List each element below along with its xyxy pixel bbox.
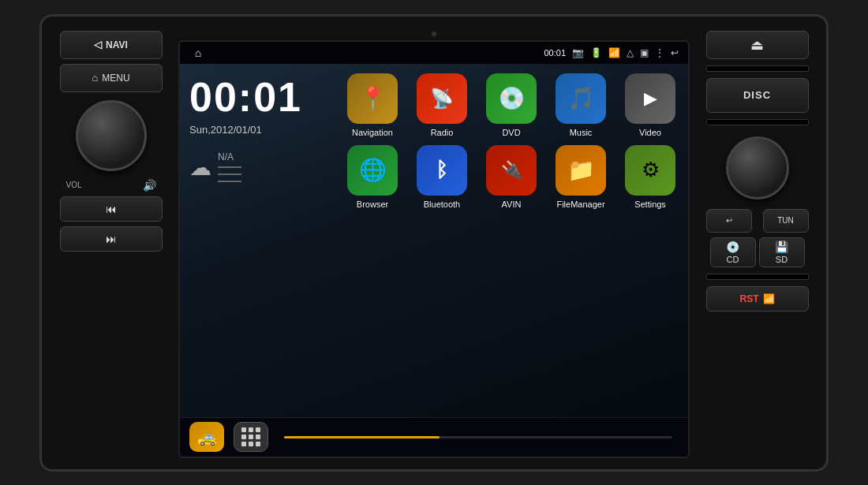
sd-slot (706, 274, 809, 280)
cd-label: CD (727, 255, 739, 264)
clock-weather-panel: 00:01 Sun,2012/01/01 ☁ N/A (180, 64, 335, 417)
camera-icon: 📷 (572, 47, 584, 58)
triangle-icon: △ (627, 47, 634, 58)
speaker-icon: 🔊 (143, 179, 156, 192)
radio-label: Radio (431, 128, 454, 137)
app-music[interactable]: 🎵 Music (549, 73, 612, 137)
back-button[interactable]: ↩ (706, 209, 752, 233)
settings-label: Settings (634, 200, 666, 209)
status-center: 00:01 📷 🔋 📶 △ ▣ ⋮ ↩ (544, 47, 679, 58)
cd-slot-button[interactable]: 💿 CD (710, 237, 756, 267)
navi-label: NAVI (106, 39, 128, 50)
navigation-icon: 📍 (347, 73, 398, 124)
app-bluetooth[interactable]: ᛒ Bluetooth (410, 145, 473, 209)
video-icon: ▶ (625, 73, 675, 124)
car-head-unit: ◁ NAVI ⌂ MENU VOL 🔊 ⏮ ⏭ ⌂ (39, 14, 829, 472)
weather-temp: N/A (218, 151, 241, 162)
filemanager-icon: 📁 (556, 145, 606, 196)
dock-progress-fill (284, 436, 440, 438)
screen-dock: 🚕 (180, 417, 688, 457)
sd-label: SD (776, 255, 788, 264)
camera-dot (432, 32, 436, 36)
left-panel: ◁ NAVI ⌂ MENU VOL 🔊 ⏮ ⏭ (50, 24, 172, 461)
app-video[interactable]: ▶ Video (619, 73, 682, 137)
weather-line1 (218, 166, 241, 168)
bluetooth-icon: ᛒ (417, 145, 467, 196)
app-avin[interactable]: 🔌 AVIN (480, 145, 543, 209)
settings-icon: ⚙ (625, 145, 675, 196)
tuning-knob[interactable] (726, 136, 789, 200)
home-button[interactable]: ⌂ (189, 44, 207, 62)
app-settings[interactable]: ⚙ Settings (619, 145, 682, 209)
home-icon: ⌂ (195, 47, 201, 59)
video-label: Video (639, 128, 661, 137)
weather-info: N/A (218, 151, 241, 184)
right-panel: ⏏ DISC ↩ TUN 💿 CD 💾 SD (696, 24, 818, 461)
android-status-bar: ⌂ 00:01 📷 🔋 📶 △ ▣ ⋮ ↩ (180, 42, 688, 64)
sd-icon: 💾 (775, 241, 788, 253)
vol-label-row: VOL 🔊 (60, 179, 163, 192)
back-tun-row: ↩ TUN (706, 209, 809, 233)
menu-icon: ⌂ (92, 72, 98, 84)
dvd-label: DVD (502, 128, 520, 137)
weather-widget: ☁ N/A (189, 151, 325, 184)
navi-icon: ◁ (94, 39, 102, 50)
disc-slot-2 (706, 119, 809, 125)
disc-slot (706, 65, 809, 72)
disc-label: DISC (743, 89, 771, 101)
apps-row-1: 📍 Navigation 📡 Radio 💿 DVD 🎵 (341, 73, 682, 137)
sd-slot-button[interactable]: 💾 SD (759, 237, 805, 267)
status-time: 00:01 (544, 48, 566, 58)
clock-display: 00:01 (189, 76, 325, 118)
disc-button[interactable]: DISC (706, 78, 809, 113)
rst-button[interactable]: RST 📶 (706, 286, 809, 312)
music-icon: 🎵 (556, 73, 606, 124)
prev-button[interactable]: ⏮ (60, 196, 163, 222)
navi-button[interactable]: ◁ NAVI (60, 31, 163, 59)
app-dvd[interactable]: 💿 DVD (480, 73, 543, 137)
weather-line2 (218, 173, 241, 175)
tun-button[interactable]: TUN (763, 209, 809, 233)
screen-area: ⌂ 00:01 📷 🔋 📶 △ ▣ ⋮ ↩ 00:01 S (178, 24, 690, 461)
rst-label: RST (740, 293, 759, 304)
wifi-icon: 📶 (763, 293, 775, 304)
next-button[interactable]: ⏭ (60, 226, 163, 252)
app-filemanager[interactable]: 📁 FileManager (549, 145, 612, 209)
signal-icon: 📶 (608, 47, 620, 58)
vol-text: VOL (66, 181, 82, 189)
apps-grid-icon (241, 427, 260, 446)
app-navigation[interactable]: 📍 Navigation (341, 73, 404, 137)
battery-icon: 🔋 (590, 47, 602, 58)
browser-icon: 🌐 (347, 145, 398, 196)
dvd-icon: 💿 (486, 73, 537, 124)
screen-top-bar (178, 28, 690, 40)
cloud-icon: ☁ (189, 155, 211, 181)
app-browser[interactable]: 🌐 Browser (341, 145, 404, 209)
volume-knob[interactable] (76, 100, 147, 171)
tun-label: TUN (777, 216, 794, 225)
avin-label: AVIN (502, 200, 522, 209)
filemanager-label: FileManager (556, 200, 604, 209)
cd-icon: 💿 (726, 241, 739, 253)
menu-label: MENU (102, 73, 129, 84)
weather-line3 (218, 181, 241, 182)
prev-icon: ⏮ (106, 203, 117, 215)
navigation-label: Navigation (352, 128, 393, 137)
music-label: Music (570, 128, 593, 137)
screen-frame: ⌂ 00:01 📷 🔋 📶 △ ▣ ⋮ ↩ 00:01 S (178, 40, 690, 458)
card-slot-row: 💿 CD 💾 SD (710, 237, 805, 267)
back-icon: ↩ (726, 216, 732, 225)
screen-content: 00:01 Sun,2012/01/01 ☁ N/A (180, 64, 688, 417)
app-radio[interactable]: 📡 Radio (410, 73, 473, 137)
apps-grid: 📍 Navigation 📡 Radio 💿 DVD 🎵 (335, 64, 688, 417)
more-icon: ⋮ (655, 47, 664, 58)
next-icon: ⏭ (106, 233, 117, 245)
apps-row-2: 🌐 Browser ᛒ Bluetooth 🔌 AVIN 📁 (341, 145, 682, 209)
avin-icon: 🔌 (486, 145, 537, 196)
dock-apps-button[interactable] (234, 422, 268, 452)
dock-taxi-app[interactable]: 🚕 (189, 422, 224, 452)
menu-button[interactable]: ⌂ MENU (60, 64, 163, 92)
eject-button[interactable]: ⏏ (706, 31, 809, 59)
display-icon: ▣ (640, 47, 649, 58)
browser-label: Browser (357, 200, 388, 209)
